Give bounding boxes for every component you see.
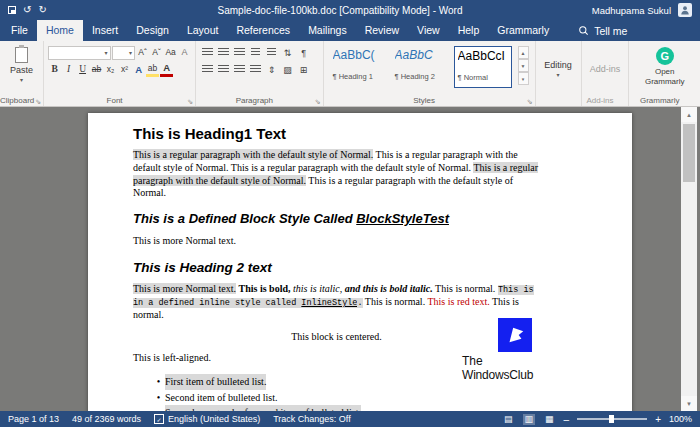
scrollbar-thumb[interactable] [683, 124, 695, 182]
person-icon [680, 5, 690, 15]
tab-mailings[interactable]: Mailings [299, 20, 356, 41]
font-size-combo[interactable]: ▾ [112, 46, 136, 60]
editing-button[interactable]: Editing ▾ [544, 60, 572, 78]
user-name[interactable]: Madhupama Sukul [592, 5, 671, 16]
highlight-button[interactable]: ab [146, 62, 159, 77]
tab-references[interactable]: References [227, 20, 299, 41]
account-area: Madhupama Sukul [552, 3, 692, 17]
tab-insert[interactable]: Insert [83, 20, 127, 41]
redo-icon[interactable]: ↻ [38, 5, 46, 15]
zoom-out-button[interactable]: – [564, 414, 570, 425]
text-effects-button[interactable]: A [132, 62, 145, 77]
addins-group-label: Add-ins [582, 96, 619, 105]
styles-more-icon[interactable]: ▾ [518, 72, 529, 85]
superscript-button[interactable]: x² [118, 62, 131, 77]
scroll-up-icon[interactable]: ▲ [681, 107, 697, 122]
numbering-button[interactable] [216, 45, 231, 60]
font-launcher-icon[interactable]: ⇘ [187, 98, 193, 105]
search-icon [578, 25, 589, 36]
font-group: ▾ ▾ AˆAˇAaA BIUabx₂x²AabA Font ⇘ [44, 41, 196, 106]
style-heading2[interactable]: AaBbC ¶ Heading 2 [392, 46, 450, 88]
numbered-list-icon [218, 48, 229, 57]
font-name-combo[interactable]: ▾ [48, 46, 110, 60]
tab-view[interactable]: View [408, 20, 449, 41]
windowsclub-logo: The WindowsClub [462, 318, 534, 382]
increase-indent-button[interactable] [264, 45, 279, 60]
word-count[interactable]: 49 of 2369 words [72, 414, 141, 424]
style-preview: AaBbC( [333, 48, 385, 72]
style-heading1[interactable]: AaBbC( ¶ Heading 1 [330, 46, 388, 88]
paste-button[interactable]: Paste ▾ [10, 44, 33, 83]
paragraph-launcher-icon[interactable]: ⇘ [315, 98, 321, 105]
vertical-scrollbar[interactable]: ▲ ▼ [681, 107, 697, 411]
zoom-in-button[interactable]: + [655, 414, 661, 425]
style-preview: AaBbC [395, 48, 447, 72]
zoom-slider[interactable] [577, 418, 647, 420]
scroll-down-icon[interactable]: ▼ [681, 396, 697, 411]
justify-icon [250, 65, 261, 74]
addins-group: Add-ins Add-ins [582, 41, 630, 106]
sort-button[interactable]: ⇅ [280, 45, 295, 60]
bullet-marker: • [152, 390, 165, 406]
chevron-down-icon: ▾ [129, 50, 132, 56]
style-normal[interactable]: AaBbCcI ¶ Normal [454, 46, 512, 88]
tab-grammarly[interactable]: Grammarly [488, 20, 558, 41]
titlebar: ↺ ↻ Sample-doc-file-100kb.doc [Compatibi… [0, 0, 700, 20]
decrease-indent-button[interactable] [248, 45, 263, 60]
read-mode-icon[interactable]: ▤ [502, 414, 515, 425]
change-case-button[interactable]: Aa [164, 45, 177, 60]
font-color-button[interactable]: A [160, 62, 173, 77]
align-center-button[interactable] [216, 62, 231, 77]
status-bar: Page 1 of 13 49 of 2369 words ✓ English … [0, 411, 700, 427]
strikethrough-button[interactable]: ab [90, 62, 103, 77]
word-window: ↺ ↻ Sample-doc-file-100kb.doc [Compatibi… [0, 0, 700, 427]
styles-up-icon[interactable]: ▲ [518, 46, 529, 59]
grammarly-group: G Open Grammarly Grammarly [629, 41, 700, 106]
list-item-text: Second item of bulleted list. [165, 390, 277, 406]
document-page[interactable]: This is Heading1 Text This is a regular … [88, 113, 632, 411]
subscript-button[interactable]: x₂ [104, 62, 117, 77]
tab-layout[interactable]: Layout [178, 20, 228, 41]
underline-button[interactable]: U [76, 62, 89, 77]
styles-launcher-icon[interactable]: ⇘ [527, 98, 533, 105]
italic-button[interactable]: I [62, 62, 75, 77]
clear-formatting-button[interactable]: A [178, 45, 191, 60]
grow-font-button[interactable]: Aˆ [136, 45, 149, 60]
web-layout-icon[interactable]: ▦ [543, 414, 556, 425]
tab-review[interactable]: Review [356, 20, 408, 41]
undo-icon[interactable]: ↺ [23, 5, 31, 15]
paragraph-group-label: Paragraph [196, 96, 313, 105]
zoom-level[interactable]: 100% [669, 414, 692, 424]
avatar[interactable] [678, 3, 692, 17]
styles-down-icon[interactable]: ▼ [518, 59, 529, 72]
tab-file[interactable]: File [2, 20, 37, 41]
justify-button[interactable] [248, 62, 263, 77]
track-changes-indicator[interactable]: Track Changes: Off [273, 414, 351, 424]
show-formatting-marks-button[interactable]: ¶ [296, 45, 311, 60]
bullets-button[interactable] [200, 45, 215, 60]
shrink-font-button[interactable]: Aˇ [150, 45, 163, 60]
open-grammarly-button[interactable]: G Open Grammarly [638, 44, 692, 86]
language-indicator[interactable]: ✓ English (United States) [154, 414, 260, 424]
windowsclub-logo-icon [498, 318, 532, 352]
tell-me[interactable]: Tell me [572, 20, 633, 41]
text-run: This is normal. [363, 296, 428, 307]
tab-design[interactable]: Design [127, 20, 178, 41]
doc-heading1: This is Heading1 Text [133, 125, 540, 142]
tab-help[interactable]: Help [449, 20, 489, 41]
page-indicator[interactable]: Page 1 of 13 [8, 414, 59, 424]
multilevel-list-button[interactable] [232, 45, 247, 60]
shading-button[interactable]: ▨ [280, 62, 295, 77]
line-spacing-button[interactable]: ⇕ [264, 62, 279, 77]
clipboard-launcher-icon[interactable]: ⇘ [35, 98, 41, 105]
bold-button[interactable]: B [48, 62, 61, 77]
borders-button[interactable]: ⊞ [296, 62, 311, 77]
addins-button[interactable]: Add-ins [590, 64, 621, 74]
zoom-slider-thumb[interactable] [609, 415, 614, 423]
align-left-button[interactable] [200, 62, 215, 77]
decrease-indent-icon [251, 48, 260, 57]
tab-home[interactable]: Home [37, 20, 83, 41]
print-layout-icon[interactable]: ▥ [523, 414, 536, 425]
save-icon[interactable] [8, 6, 16, 14]
align-right-button[interactable] [232, 62, 247, 77]
